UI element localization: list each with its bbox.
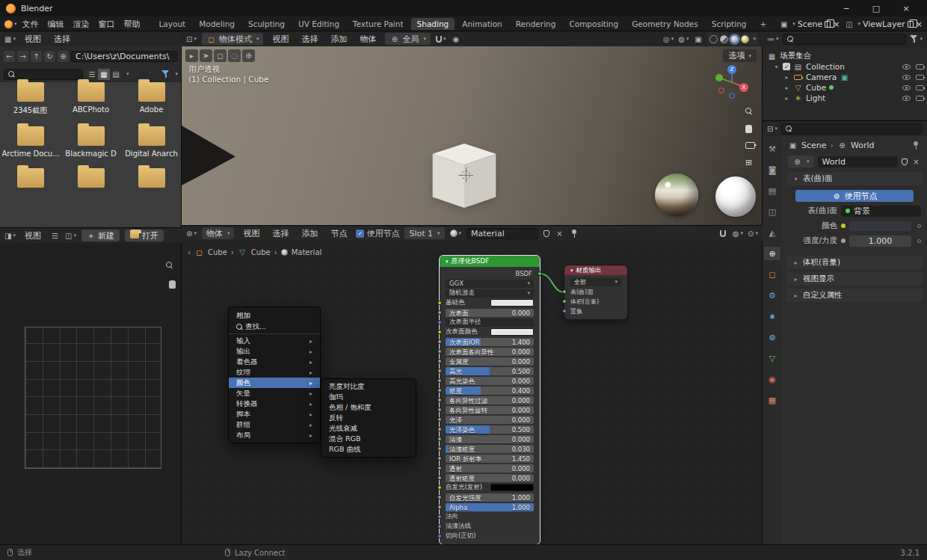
view-menu[interactable]: 视图 — [239, 227, 263, 240]
tab-texture[interactable]: ▦ — [764, 393, 780, 407]
unlink-world-icon[interactable]: × — [911, 156, 921, 167]
menu-item-script[interactable]: 脚本▸ — [229, 409, 320, 419]
xray-toggle-icon[interactable]: ▣ — [693, 34, 703, 44]
workspace-tab-geometry-nodes[interactable]: Geometry Nodes — [626, 18, 704, 30]
tab-physics[interactable]: ⊚ — [764, 330, 780, 344]
file-browser-select-menu[interactable]: 选择 — [50, 33, 74, 46]
use-nodes-checkbox[interactable]: ✓使用节点 — [356, 228, 399, 239]
workspace-tab-texture-paint[interactable]: Texture Paint — [347, 18, 410, 30]
file-search-field[interactable] — [4, 69, 83, 80]
unlink-material-icon[interactable]: × — [555, 228, 564, 239]
folder-item[interactable]: Adobe — [121, 82, 182, 116]
bsdf-input-subsurface[interactable]: 次表面0.000 — [446, 308, 534, 317]
viewport-3d[interactable]: ⊡▾ ◻物体模式▾ 视图 选择 添加 物体 ⊕全局▾ ▾ ◉ ◎▾ ◍▾ ▣ ▾… — [182, 31, 763, 226]
filter-funnel-icon[interactable]: ▾ — [910, 34, 923, 44]
file-browser-view-menu[interactable]: 视图 — [21, 33, 45, 46]
disclosure-icon[interactable]: ▾ — [773, 64, 780, 70]
new-image-button[interactable]: ＋新建 — [81, 230, 120, 241]
camera-view-icon[interactable] — [745, 141, 755, 151]
strength-field[interactable]: 1.000 — [849, 236, 911, 247]
surface-shader-field[interactable]: 背景 — [841, 206, 921, 217]
fake-user-icon[interactable] — [543, 230, 549, 237]
tab-object-data[interactable]: ▽ — [764, 351, 780, 365]
menu-help[interactable]: 帮助 — [120, 18, 144, 31]
bsdf-input-subsurface-ior[interactable]: 次表面IOR1.400 — [446, 337, 534, 346]
path-input[interactable] — [76, 52, 173, 61]
world-color-swatch[interactable] — [849, 221, 911, 231]
submenu-item-gamma[interactable]: 伽玛 — [321, 392, 416, 402]
parent-dir-button[interactable]: ↑ — [31, 51, 42, 62]
folder-item[interactable] — [121, 168, 182, 188]
hide-eye-icon[interactable] — [902, 75, 911, 80]
snap-magnet-icon[interactable]: ▾ — [436, 34, 446, 44]
disable-render-icon[interactable] — [916, 85, 924, 90]
folder-item[interactable] — [0, 168, 61, 188]
bsdf-input-clearcoat-roughness[interactable]: 清漆糙度0.030 — [446, 444, 534, 453]
bsdf-input-subsurface-color[interactable]: 次表面颜色 — [446, 327, 534, 336]
bsdf-input-emission[interactable]: 自发光(发射) — [446, 483, 534, 492]
bsdf-output-socket[interactable]: BSDF — [446, 269, 534, 278]
use-nodes-button[interactable]: ⊛使用节点 — [795, 190, 914, 202]
tab-render[interactable]: ◙ — [764, 163, 780, 176]
bsdf-input-base-color[interactable]: 基础色 — [446, 298, 534, 307]
new-scene-icon[interactable] — [825, 21, 831, 28]
pan-hand-icon[interactable] — [745, 125, 752, 135]
submenu-item-rgb-curves[interactable]: RGB 曲线 — [321, 444, 416, 455]
bsdf-input-specular[interactable]: 高光0.500 — [446, 366, 534, 375]
workspace-tab-sculpting[interactable]: Sculpting — [242, 18, 291, 30]
volume-section-header[interactable]: ▸体积(音量) — [786, 256, 923, 269]
editor-menus-icon[interactable]: ☰ — [50, 230, 60, 241]
select-box-tool-icon[interactable]: ◻ — [214, 49, 227, 62]
color-swatch[interactable] — [490, 484, 534, 491]
bsdf-input-transmission[interactable]: 透射0.000 — [446, 464, 534, 473]
open-image-button[interactable]: 打开 — [125, 230, 164, 241]
add-menu[interactable]: 添加 — [298, 227, 321, 240]
menu-item-search[interactable]: 查找... — [229, 321, 320, 332]
add-workspace-button[interactable]: + — [754, 18, 772, 30]
file-search-input[interactable] — [17, 70, 78, 79]
viewport-display-section-header[interactable]: ▸视图显示 — [786, 272, 923, 286]
color-swatch[interactable] — [490, 328, 534, 336]
axis-x-neg-dot[interactable] — [718, 87, 724, 93]
menu-item-group[interactable]: 群组▸ — [229, 419, 320, 430]
properties-search-field[interactable] — [781, 123, 923, 135]
bsdf-input-sheen[interactable]: 光泽0.000 — [446, 415, 534, 424]
node-options-icon[interactable]: ⊙▾ — [748, 228, 758, 239]
hide-eye-icon[interactable] — [902, 64, 911, 70]
bsdf-input-transmission-roughness[interactable]: 透射糙度0.000 — [446, 473, 534, 482]
proportional-edit-icon[interactable]: ◉ — [451, 34, 461, 44]
zoom-gizmo-icon[interactable] — [745, 108, 754, 119]
hide-eye-icon[interactable] — [902, 85, 911, 90]
bsdf-input-anisotropic-rotation[interactable]: 各向异性旋转0.000 — [446, 405, 534, 414]
decorator-dot-icon[interactable] — [917, 239, 921, 243]
display-large-icon[interactable]: ▤ — [110, 69, 122, 80]
workspace-tab-rendering[interactable]: Rendering — [510, 18, 562, 30]
outliner-row-camera[interactable]: ▸ Camera ▣ — [763, 72, 927, 82]
workspace-tab-animation[interactable]: Animation — [456, 18, 508, 30]
bsdf-input-normal[interactable]: 法向 — [446, 512, 534, 521]
world-name-field[interactable]: World — [818, 156, 898, 167]
shader-editor[interactable]: ⊛▾ 物体▾ 视图 选择 添加 节点 ✓使用节点 Slot 1▾ ▾ Mater… — [182, 226, 763, 544]
surface-section-header[interactable]: ▾ 表(曲)面 — [786, 172, 923, 185]
mode-selector[interactable]: ◻物体模式▾ — [202, 33, 264, 45]
bsdf-input-tangent[interactable]: 切向(正切) — [446, 532, 534, 541]
editor-type-icon[interactable]: ◨▾ — [4, 230, 16, 241]
node-menu[interactable]: 节点 — [327, 227, 351, 240]
subsurface-method-select[interactable]: 随机游走▾ — [446, 289, 534, 298]
material-preview-icon[interactable] — [730, 35, 739, 43]
menu-item-input[interactable]: 输入▸ — [229, 336, 320, 346]
bsdf-input-alpha[interactable]: Alpha1.000 — [446, 502, 534, 511]
folder-item[interactable] — [61, 168, 121, 188]
workspace-tab-modeling[interactable]: Modeling — [193, 18, 241, 30]
workspace-tab-compositing[interactable]: Compositing — [563, 18, 624, 30]
pin-icon[interactable] — [911, 140, 921, 150]
bsdf-input-roughness[interactable]: 糙度0.400 — [446, 386, 534, 395]
workspace-tab-shading[interactable]: Shading — [411, 18, 455, 30]
tab-particles[interactable]: ∗ — [764, 310, 780, 323]
minimize-button[interactable]: ─ — [831, 0, 861, 16]
show-gizmos-icon[interactable]: ◎▾ — [663, 34, 674, 44]
folder-item[interactable]: Blackmagic D — [61, 126, 121, 158]
output-input-surface[interactable]: 表(曲)面 — [570, 287, 621, 296]
output-input-displacement[interactable]: 置换 — [570, 307, 621, 316]
tab-output[interactable]: ▤ — [764, 184, 780, 197]
